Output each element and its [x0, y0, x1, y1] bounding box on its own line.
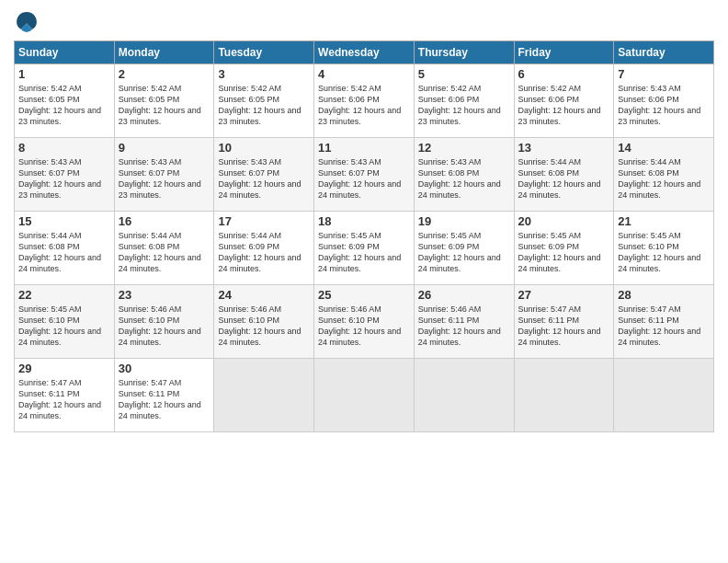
day-number: 25	[318, 288, 410, 302]
day-info: Sunrise: 5:45 AM Sunset: 6:09 PM Dayligh…	[418, 230, 510, 275]
day-info: Sunrise: 5:45 AM Sunset: 6:09 PM Dayligh…	[318, 230, 410, 275]
day-info: Sunrise: 5:43 AM Sunset: 6:07 PM Dayligh…	[318, 156, 410, 201]
calendar-cell: 4Sunrise: 5:42 AM Sunset: 6:06 PM Daylig…	[314, 64, 415, 138]
day-number: 13	[518, 141, 610, 155]
logo	[14, 9, 43, 35]
day-number: 15	[18, 214, 110, 228]
calendar-cell: 27Sunrise: 5:47 AM Sunset: 6:11 PM Dayli…	[514, 285, 614, 359]
day-number: 10	[218, 141, 310, 155]
calendar-cell: 22Sunrise: 5:45 AM Sunset: 6:10 PM Dayli…	[15, 285, 115, 359]
calendar-cell	[614, 359, 714, 432]
day-info: Sunrise: 5:47 AM Sunset: 6:11 PM Dayligh…	[18, 377, 110, 422]
day-number: 27	[518, 288, 610, 302]
calendar-cell: 13Sunrise: 5:44 AM Sunset: 6:08 PM Dayli…	[514, 138, 614, 212]
calendar-cell: 12Sunrise: 5:43 AM Sunset: 6:08 PM Dayli…	[414, 138, 514, 212]
column-header-monday: Monday	[114, 41, 214, 64]
column-header-tuesday: Tuesday	[214, 41, 314, 64]
day-info: Sunrise: 5:43 AM Sunset: 6:08 PM Dayligh…	[418, 156, 510, 201]
calendar-cell: 8Sunrise: 5:43 AM Sunset: 6:07 PM Daylig…	[15, 138, 115, 212]
calendar-cell: 28Sunrise: 5:47 AM Sunset: 6:11 PM Dayli…	[614, 285, 714, 359]
day-number: 3	[218, 67, 310, 81]
day-number: 18	[318, 214, 410, 228]
calendar-cell	[314, 359, 415, 432]
calendar-cell: 14Sunrise: 5:44 AM Sunset: 6:08 PM Dayli…	[614, 138, 714, 212]
day-info: Sunrise: 5:47 AM Sunset: 6:11 PM Dayligh…	[618, 304, 710, 349]
day-info: Sunrise: 5:46 AM Sunset: 6:10 PM Dayligh…	[318, 304, 410, 349]
week-row-4: 22Sunrise: 5:45 AM Sunset: 6:10 PM Dayli…	[15, 285, 714, 359]
day-info: Sunrise: 5:46 AM Sunset: 6:10 PM Dayligh…	[119, 304, 210, 349]
calendar-cell: 17Sunrise: 5:44 AM Sunset: 6:09 PM Dayli…	[214, 212, 314, 285]
logo-icon	[14, 9, 40, 35]
calendar-cell: 2Sunrise: 5:42 AM Sunset: 6:05 PM Daylig…	[114, 64, 214, 138]
calendar-cell: 11Sunrise: 5:43 AM Sunset: 6:07 PM Dayli…	[314, 138, 415, 212]
day-info: Sunrise: 5:46 AM Sunset: 6:10 PM Dayligh…	[218, 304, 310, 349]
column-header-wednesday: Wednesday	[314, 41, 415, 64]
day-number: 16	[119, 214, 210, 228]
day-info: Sunrise: 5:42 AM Sunset: 6:05 PM Dayligh…	[218, 83, 310, 128]
day-number: 24	[218, 288, 310, 302]
day-number: 5	[418, 67, 510, 81]
week-row-2: 8Sunrise: 5:43 AM Sunset: 6:07 PM Daylig…	[15, 138, 714, 212]
calendar-cell: 25Sunrise: 5:46 AM Sunset: 6:10 PM Dayli…	[314, 285, 415, 359]
calendar-cell: 20Sunrise: 5:45 AM Sunset: 6:09 PM Dayli…	[514, 212, 614, 285]
day-info: Sunrise: 5:44 AM Sunset: 6:09 PM Dayligh…	[218, 230, 310, 275]
calendar-cell: 30Sunrise: 5:47 AM Sunset: 6:11 PM Dayli…	[114, 359, 214, 432]
page-container: SundayMondayTuesdayWednesdayThursdayFrid…	[0, 0, 728, 442]
day-number: 9	[119, 141, 210, 155]
day-number: 11	[318, 141, 410, 155]
day-number: 12	[418, 141, 510, 155]
day-info: Sunrise: 5:42 AM Sunset: 6:06 PM Dayligh…	[518, 83, 610, 128]
day-info: Sunrise: 5:45 AM Sunset: 6:09 PM Dayligh…	[518, 230, 610, 275]
day-number: 23	[119, 288, 210, 302]
day-info: Sunrise: 5:45 AM Sunset: 6:10 PM Dayligh…	[18, 304, 110, 349]
calendar-cell: 5Sunrise: 5:42 AM Sunset: 6:06 PM Daylig…	[414, 64, 514, 138]
calendar-cell: 16Sunrise: 5:44 AM Sunset: 6:08 PM Dayli…	[114, 212, 214, 285]
day-number: 8	[18, 141, 110, 155]
day-info: Sunrise: 5:42 AM Sunset: 6:05 PM Dayligh…	[18, 83, 110, 128]
day-number: 20	[518, 214, 610, 228]
calendar-cell: 10Sunrise: 5:43 AM Sunset: 6:07 PM Dayli…	[214, 138, 314, 212]
calendar-cell: 26Sunrise: 5:46 AM Sunset: 6:11 PM Dayli…	[414, 285, 514, 359]
day-info: Sunrise: 5:44 AM Sunset: 6:08 PM Dayligh…	[518, 156, 610, 201]
day-number: 29	[18, 362, 110, 375]
week-row-5: 29Sunrise: 5:47 AM Sunset: 6:11 PM Dayli…	[15, 359, 714, 432]
day-number: 17	[218, 214, 310, 228]
day-info: Sunrise: 5:46 AM Sunset: 6:11 PM Dayligh…	[418, 304, 510, 349]
calendar-cell	[514, 359, 614, 432]
header	[14, 9, 714, 35]
column-header-sunday: Sunday	[15, 41, 115, 64]
calendar-cell: 3Sunrise: 5:42 AM Sunset: 6:05 PM Daylig…	[214, 64, 314, 138]
calendar-cell: 23Sunrise: 5:46 AM Sunset: 6:10 PM Dayli…	[114, 285, 214, 359]
day-number: 30	[119, 362, 210, 375]
calendar-cell: 19Sunrise: 5:45 AM Sunset: 6:09 PM Dayli…	[414, 212, 514, 285]
day-info: Sunrise: 5:42 AM Sunset: 6:06 PM Dayligh…	[418, 83, 510, 128]
day-info: Sunrise: 5:47 AM Sunset: 6:11 PM Dayligh…	[119, 377, 210, 422]
calendar: SundayMondayTuesdayWednesdayThursdayFrid…	[14, 40, 714, 432]
day-info: Sunrise: 5:43 AM Sunset: 6:06 PM Dayligh…	[618, 83, 710, 128]
day-number: 7	[618, 67, 710, 81]
day-info: Sunrise: 5:45 AM Sunset: 6:10 PM Dayligh…	[618, 230, 710, 275]
day-info: Sunrise: 5:42 AM Sunset: 6:05 PM Dayligh…	[119, 83, 210, 128]
column-header-friday: Friday	[514, 41, 614, 64]
day-number: 6	[518, 67, 610, 81]
calendar-cell: 21Sunrise: 5:45 AM Sunset: 6:10 PM Dayli…	[614, 212, 714, 285]
week-row-1: 1Sunrise: 5:42 AM Sunset: 6:05 PM Daylig…	[15, 64, 714, 138]
day-number: 22	[18, 288, 110, 302]
calendar-cell	[414, 359, 514, 432]
day-number: 4	[318, 67, 410, 81]
day-number: 1	[18, 67, 110, 81]
calendar-cell: 9Sunrise: 5:43 AM Sunset: 6:07 PM Daylig…	[114, 138, 214, 212]
day-number: 2	[119, 67, 210, 81]
calendar-cell	[214, 359, 314, 432]
day-info: Sunrise: 5:43 AM Sunset: 6:07 PM Dayligh…	[18, 156, 110, 201]
day-info: Sunrise: 5:42 AM Sunset: 6:06 PM Dayligh…	[318, 83, 410, 128]
day-info: Sunrise: 5:43 AM Sunset: 6:07 PM Dayligh…	[119, 156, 210, 201]
calendar-cell: 15Sunrise: 5:44 AM Sunset: 6:08 PM Dayli…	[15, 212, 115, 285]
day-number: 21	[618, 214, 710, 228]
calendar-cell: 29Sunrise: 5:47 AM Sunset: 6:11 PM Dayli…	[15, 359, 115, 432]
calendar-cell: 7Sunrise: 5:43 AM Sunset: 6:06 PM Daylig…	[614, 64, 714, 138]
calendar-cell: 1Sunrise: 5:42 AM Sunset: 6:05 PM Daylig…	[15, 64, 115, 138]
day-info: Sunrise: 5:44 AM Sunset: 6:08 PM Dayligh…	[618, 156, 710, 201]
calendar-cell: 18Sunrise: 5:45 AM Sunset: 6:09 PM Dayli…	[314, 212, 415, 285]
day-info: Sunrise: 5:47 AM Sunset: 6:11 PM Dayligh…	[518, 304, 610, 349]
